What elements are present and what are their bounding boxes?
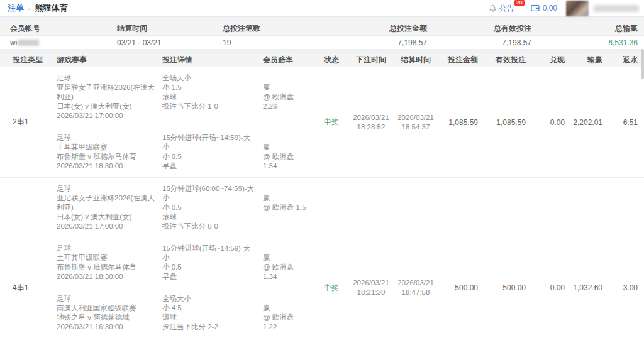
game-event-line: 2026/03/21 18:30:00 [57,161,156,171]
game-event: 足球土耳其甲级联赛布鲁斯堡 v 班德尔马体育2026/03/21 18:30:0… [57,237,162,288]
member-odds: 赢@ 欧洲盘 2.26 [263,67,314,127]
game-event-line: 土耳其甲级联赛 [57,143,156,152]
game-event-line: 2026/03/21 16:30:00 [57,322,156,332]
total-winloss: 6,531.36 [531,38,638,47]
bets-column-header-4: 状态 [314,55,348,65]
status-badge: 中奖 [314,117,348,128]
bet-detail-line: 早盘 [162,272,257,281]
member-odds-line: @ 欧洲盘 1.34 [263,263,308,281]
settle-period: 03/21 - 03/21 [117,38,223,47]
bets-column-header-11: 返水 [602,55,638,65]
game-event: 足球亚足联女子亚洲杯2026(在澳大利亚)日本(女) v 澳大利亚(女)2026… [57,67,162,127]
summary-header-4: 总有效投注 [427,23,531,34]
bet-group-2: 4串1足球亚足联女子亚洲杯2026(在澳大利亚)日本(女) v 澳大利亚(女)2… [0,178,644,338]
breadcrumb-bet-orders[interactable]: 注单 [8,3,24,14]
summary-header-0: 会员帐号 [10,23,117,34]
breadcrumb-separator: › [28,4,31,12]
game-event-line: 土耳其甲级联赛 [57,253,156,263]
bet-detail: 全场大小小 4.5滚球投注当下比分 2-2 [162,288,263,338]
game-event-line: 亚足联女子亚洲杯2026(在澳大利亚) [57,194,156,212]
bet-detail: 15分钟进球(开场~14:59)-大小小 0.5早盘 [162,237,263,288]
cashout: 0.00 [526,118,565,127]
settle-time-line: 2026/03/21 [394,113,438,123]
announcement-badge: 20 [514,0,525,6]
bets-column-header-6: 结算时间 [394,55,438,65]
breadcrumb: 注单 › 熊猫体育 [8,3,68,14]
bet-amount: 500.00 [438,283,478,292]
bet-detail-line: 小 0.5 [162,263,257,272]
bet-time: 2026/03/2118:21:30 [348,278,394,297]
bet-detail-line: 全场大小 [162,74,257,83]
member-odds: 赢@ 欧洲盘 1.34 [263,127,314,177]
bet-amount: 1,085.59 [438,118,478,127]
bet-detail: 15分钟进球(开场~14:59)-大小小 0.5早盘 [162,127,263,177]
settle-time: 2026/03/2118:47:58 [394,278,438,297]
total-bet-amount: 7,198.57 [323,38,427,47]
bet-detail-line: 小 4.5 [162,303,257,313]
rebate: 6.51 [602,118,638,127]
bets-column-header-10: 输赢 [565,55,602,65]
member-odds-line: 赢 [263,303,308,313]
bet-detail-line: 15分钟进球(60:00~74:59)-大小 [162,184,257,203]
bet-time-line: 2026/03/21 [348,113,394,123]
game-event: 足球亚足联女子亚洲杯2026(在澳大利亚)日本(女) v 澳大利亚(女)2026… [57,178,162,237]
game-event-line: 2026/03/21 17:00:00 [57,111,156,121]
member-odds-line: 赢 [263,143,308,152]
member-odds-line: 赢 [263,194,308,203]
balance-button[interactable]: 0.00 [531,4,557,13]
game-event-line: 足球 [57,74,156,83]
summary-header-3: 总投注金额 [323,23,427,34]
bet-detail-line: 15分钟进球(开场~14:59)-大小 [162,244,257,263]
member-account: wi [10,38,117,47]
game-event-line: 布鲁斯堡 v 班德尔马体育 [57,263,156,272]
game-event-line: 日本(女) v 澳大利亚(女) [57,102,156,111]
game-event-line: 足球 [57,294,156,303]
summary-header-1: 结算时间 [117,23,223,34]
game-event: 足球土耳其甲级联赛布鲁斯堡 v 班德尔马体育2026/03/21 18:30:0… [57,127,162,177]
winloss: 2,202.01 [565,118,602,127]
bet-detail-line: 滚球 [162,313,257,322]
bets-table: 投注类型游戏赛事投注详情会员赔率状态下注时间结算时间投注金额有效投注兑现输赢返水… [0,53,644,338]
bet-detail-line: 滚球 [162,92,257,102]
cashout: 0.00 [526,283,565,292]
bet-detail-line: 小 0.5 [162,152,257,161]
bet-type: 4串1 [13,283,57,293]
settle-time-line: 18:54:37 [394,123,438,132]
bet-detail-line: 投注当下比分 1-0 [162,102,257,111]
settle-time: 2026/03/2118:54:37 [394,113,438,132]
bet-detail: 15分钟进球(60:00~74:59)-大小小 0.5滚球投注当下比分 0-0 [162,178,263,237]
bet-detail-line: 小 0.5 [162,203,257,212]
bet-time: 2026/03/2118:28:52 [348,113,394,132]
settle-time-line: 18:47:58 [394,288,438,297]
status-badge: 中奖 [314,283,348,293]
game-event-line: 2026/03/21 17:00:00 [57,222,156,231]
settle-time-line: 2026/03/21 [394,278,438,288]
summary-header-5: 总输赢 [531,23,638,34]
bets-column-header-7: 投注金额 [438,55,478,65]
announcement-button[interactable]: 公告 20 [489,3,514,14]
bet-type: 2串1 [13,117,57,128]
member-odds-line: 赢 [263,83,308,92]
avatar[interactable] [566,1,589,16]
bet-detail-line: 小 1.5 [162,83,257,92]
member-odds-line: @ 欧洲盘 1.34 [263,152,308,171]
topbar-right: 公告 20 0.00 [489,0,639,16]
game-event-line: 地铁之星 v 阿德莱德城 [57,313,156,322]
username[interactable] [594,5,639,12]
bet-detail-line: 早盘 [162,161,257,171]
game-event-line: 足球 [57,133,156,143]
valid-bet: 500.00 [478,283,526,292]
winloss: 1,032.60 [565,283,602,292]
game-event-line: 足球 [57,184,156,194]
bet-detail-line: 全场大小 [162,294,257,303]
summary-header-row: 会员帐号结算时间总投注笔数总投注金额总有效投注总输赢 [0,21,644,36]
vertical-scrollbar[interactable] [641,49,644,79]
total-valid-bet: 7,198.57 [427,38,531,47]
game-event-line: 布鲁斯堡 v 班德尔马体育 [57,152,156,161]
member-odds: 赢@ 欧洲盘 1.22 [263,288,314,338]
bets-column-header-3: 会员赔率 [263,55,314,65]
game-event-line: 亚足联女子亚洲杯2026(在澳大利亚) [57,83,156,102]
summary-data-row: wi03/21 - 03/21197,198.577,198.576,531.3… [0,36,644,49]
bet-time-line: 18:21:30 [348,288,394,297]
member-account-masked [18,40,39,46]
